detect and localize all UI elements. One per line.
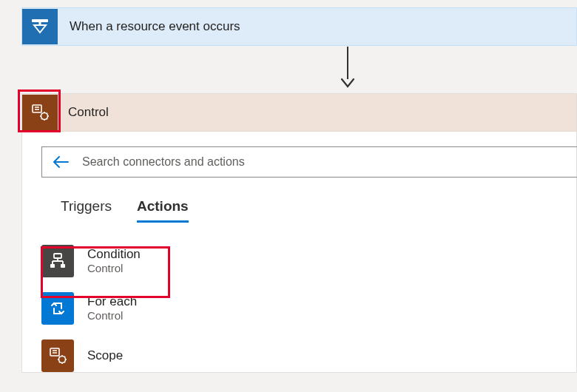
action-name: For each bbox=[87, 294, 137, 309]
control-title: Control bbox=[68, 105, 109, 120]
tabs: Triggers Actions bbox=[61, 198, 576, 223]
svg-rect-2 bbox=[33, 105, 41, 112]
svg-rect-0 bbox=[32, 19, 48, 22]
trigger-title: When a resource event occurs bbox=[70, 19, 240, 34]
search-input[interactable] bbox=[81, 155, 568, 169]
svg-rect-1 bbox=[39, 22, 41, 26]
action-sub: Control bbox=[87, 309, 137, 323]
flow-arrow bbox=[340, 47, 355, 88]
svg-rect-6 bbox=[61, 264, 65, 268]
action-condition[interactable]: Condition Control bbox=[41, 245, 382, 277]
foreach-icon bbox=[41, 292, 74, 325]
tab-triggers[interactable]: Triggers bbox=[61, 198, 112, 223]
action-foreach[interactable]: For each Control bbox=[41, 292, 382, 325]
back-arrow-icon[interactable] bbox=[53, 155, 69, 169]
control-icon bbox=[22, 95, 58, 130]
svg-point-3 bbox=[41, 113, 48, 120]
trigger-row[interactable]: When a resource event occurs bbox=[21, 7, 577, 46]
scope-icon bbox=[41, 339, 74, 372]
control-panel: Control Triggers Actions bbox=[21, 93, 577, 373]
control-header[interactable]: Control bbox=[22, 94, 576, 132]
search-box[interactable] bbox=[41, 146, 577, 178]
svg-rect-7 bbox=[50, 348, 59, 356]
svg-rect-5 bbox=[50, 264, 55, 268]
eventgrid-icon bbox=[22, 9, 58, 44]
svg-point-8 bbox=[59, 356, 66, 363]
action-scope[interactable]: Scope bbox=[41, 339, 382, 372]
svg-rect-4 bbox=[54, 254, 61, 258]
action-sub: Control bbox=[87, 262, 141, 276]
tab-actions[interactable]: Actions bbox=[137, 198, 189, 223]
action-name: Condition bbox=[87, 246, 141, 262]
condition-icon bbox=[41, 245, 74, 277]
action-name: Scope bbox=[87, 348, 123, 363]
action-list: Condition Control For each bbox=[41, 245, 576, 372]
